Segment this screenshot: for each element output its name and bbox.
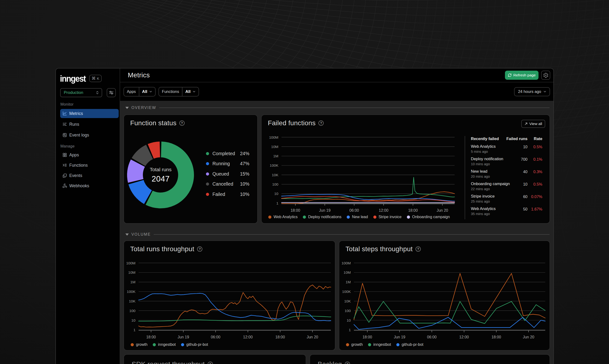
volume-section-header[interactable]: VOLUME	[125, 232, 550, 237]
settings-button[interactable]	[541, 71, 550, 80]
page-title: Metrics	[128, 71, 150, 79]
refresh-page-button[interactable]: Refresh page	[505, 71, 539, 80]
recently-failed-table: Recently failed Failed runs Rate Web Ana…	[465, 136, 542, 219]
svg-text:Jun 20: Jun 20	[437, 208, 448, 212]
svg-text:100M: 100M	[269, 135, 278, 139]
failed-runs-count: 50	[523, 207, 527, 216]
sidebar-item-label: Metrics	[69, 111, 83, 116]
refresh-icon	[508, 73, 512, 77]
svg-text:18:00: 18:00	[291, 208, 300, 212]
legend-item: Deploy notifications	[303, 215, 341, 219]
legend-dot-icon	[206, 182, 209, 186]
legend-item: Onboarding campaign	[407, 215, 450, 219]
time-range-select[interactable]: 24 hours ago	[514, 87, 550, 96]
svg-text:18:00: 18:00	[275, 335, 285, 339]
recently-failed-row[interactable]: Web Analytics35 mins ago501.67%	[471, 207, 542, 216]
apps-filter[interactable]: Apps All	[124, 87, 156, 96]
overview-section-title: OVERVIEW	[131, 106, 156, 110]
legend-item: inngestbot	[153, 342, 176, 347]
environment-filter-button[interactable]	[107, 88, 116, 97]
page-header: Metrics Refresh page	[120, 68, 553, 82]
failed-function-cell: Web Analytics35 mins ago	[471, 207, 496, 216]
legend-item: growth	[346, 342, 363, 347]
failed-functions-card: Failed functions ? View all 100M10M1M100…	[261, 115, 550, 224]
refresh-page-label: Refresh page	[513, 73, 536, 77]
sidebar-item-apps[interactable]: Apps	[60, 150, 119, 159]
chevron-down-icon	[149, 90, 152, 93]
unfold-chevrons-icon	[96, 91, 99, 95]
legend-value: 10%	[240, 181, 249, 187]
legend-dot-icon	[181, 343, 184, 346]
legend-item: Stripe invoice	[373, 215, 401, 219]
environment-value: Production	[64, 90, 83, 95]
sidebar-item-functions[interactable]: Functions	[60, 161, 119, 170]
time-range-value: 24 hours ago	[518, 89, 541, 94]
failed-function-time: 10 mins ago	[471, 162, 503, 166]
overview-section-header[interactable]: OVERVIEW	[125, 105, 550, 110]
recently-failed-row[interactable]: Web Analytics5 mins ago100.5%	[471, 144, 542, 154]
legend-label: github-pr-bot	[401, 342, 423, 347]
sidebar-item-metrics[interactable]: Metrics	[60, 109, 119, 118]
backlog-card: Backlog ?	[310, 354, 550, 364]
recently-failed-header: Recently failed	[471, 136, 499, 141]
svg-text:Jun 19: Jun 19	[178, 335, 189, 339]
legend-dot-icon	[373, 216, 376, 219]
legend-item: github-pr-bot	[181, 342, 208, 347]
svg-text:100K: 100K	[342, 289, 351, 294]
legend-dot-icon	[346, 343, 349, 346]
total-runs-legend: growthinngestbotgithub-pr-bot	[131, 342, 208, 347]
legend-label: Onboarding campaign	[412, 215, 450, 219]
command-k-shortcut[interactable]: ⌘ K	[89, 75, 102, 82]
svg-text:100M: 100M	[341, 261, 351, 265]
svg-text:100K: 100K	[127, 289, 136, 294]
total-runs-label: Total runs	[138, 167, 183, 172]
legend-dot-icon	[407, 216, 410, 219]
svg-text:06:00: 06:00	[349, 208, 359, 212]
failed-runs-count: 40	[523, 169, 527, 178]
legend-item: growth	[131, 342, 147, 347]
svg-text:06:00: 06:00	[427, 335, 437, 339]
inngest-logo: inngest	[60, 74, 86, 84]
chevron-down-icon	[192, 90, 196, 93]
failed-function-time: 35 mins ago	[471, 212, 496, 216]
help-icon[interactable]: ?	[208, 362, 213, 364]
svg-text:100: 100	[272, 182, 278, 186]
functions-filter[interactable]: Functions All	[158, 87, 199, 96]
donut-legend-item: Queued15%	[206, 169, 249, 179]
svg-text:10M: 10M	[128, 270, 136, 274]
sidebar-item-label: Functions	[69, 163, 88, 168]
legend-label: Completed	[212, 151, 235, 156]
failed-function-cell: New lead20 mins ago	[471, 169, 490, 178]
recently-failed-row[interactable]: Deploy notification10 mins ago7000.1%	[471, 157, 542, 166]
failed-functions-legend: Web AnalyticsDeploy notificationsNew lea…	[268, 215, 450, 219]
failed-runs-count: 60	[523, 195, 527, 203]
sidebar-item-webhooks[interactable]: Webhooks	[60, 181, 119, 190]
failure-rate: 0.3%	[527, 169, 542, 178]
rate-header: Rate	[527, 136, 542, 141]
filter-bar: Apps All Functions All 24 hour	[120, 82, 553, 101]
environment-row: Production	[60, 88, 116, 97]
svg-text:10: 10	[347, 318, 351, 322]
recently-failed-row[interactable]: Stripe invoice25 mins ago600.07%	[471, 194, 542, 203]
chart-line-icon	[62, 111, 67, 116]
legend-label: Deploy notifications	[308, 215, 341, 219]
legend-label: inngestbot	[158, 342, 176, 347]
legend-label: github-pr-bot	[186, 342, 208, 347]
recently-failed-row[interactable]: Onboarding campaign22 mins ago100.5%	[471, 182, 542, 191]
help-icon[interactable]: ?	[345, 362, 350, 364]
chevron-down-icon	[543, 90, 547, 93]
legend-label: Web Analytics	[274, 215, 298, 219]
svg-text:1: 1	[133, 328, 136, 332]
legend-item: github-pr-bot	[396, 342, 423, 347]
sidebar-item-runs[interactable]: Runs	[60, 120, 119, 129]
legend-label: Running	[212, 161, 230, 167]
failure-rate: 0.1%	[527, 157, 542, 166]
sidebar-item-event-logs[interactable]: Event logs	[60, 130, 119, 140]
failed-function-cell: Deploy notification10 mins ago	[471, 157, 503, 166]
failed-function-cell: Stripe invoice25 mins ago	[471, 194, 495, 203]
recently-failed-row[interactable]: New lead20 mins ago400.3%	[471, 169, 542, 178]
webhook-icon	[62, 183, 67, 188]
total-steps-throughput-card: Total steps throughput ? 100M10M1M100K10…	[339, 240, 550, 351]
environment-select[interactable]: Production	[60, 88, 102, 97]
sidebar-item-events[interactable]: Events	[60, 171, 119, 180]
